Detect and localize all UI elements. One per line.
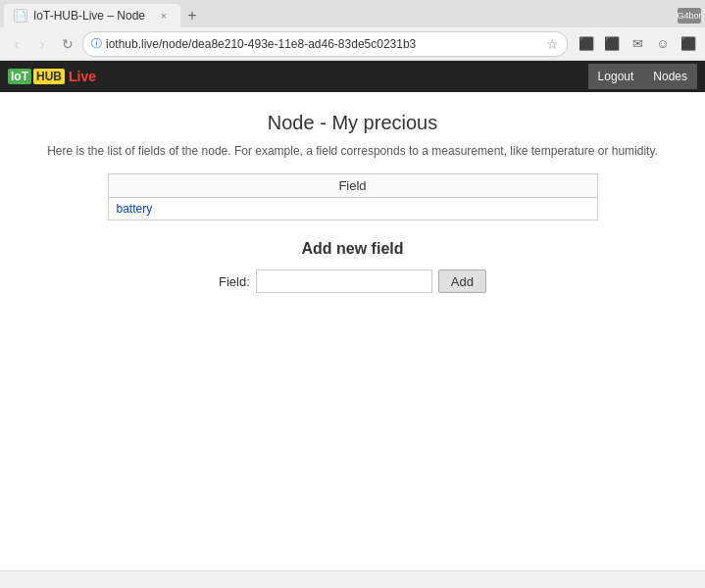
extension-icon-3[interactable]: ✉: [627, 33, 648, 55]
bookmark-icon[interactable]: ☆: [546, 36, 559, 52]
add-field-form: Field: Add: [20, 270, 685, 293]
address-bar[interactable]: ⓘ iothub.live/node/dea8e210-493e-11e8-ad…: [82, 31, 568, 57]
field-input[interactable]: [256, 270, 432, 293]
table-row: battery: [108, 198, 597, 220]
nav-links: Logout Nodes: [588, 64, 697, 89]
status-bar: [0, 570, 705, 588]
tab-favicon: 📄: [14, 9, 27, 23]
page-subtitle: Here is the list of fields of the node. …: [20, 144, 685, 158]
brand-live: Live: [67, 69, 98, 84]
refresh-button[interactable]: ↻: [57, 33, 78, 55]
address-text: iothub.live/node/dea8e210-493e-11e8-ad46…: [106, 37, 542, 51]
new-tab-button[interactable]: +: [180, 4, 204, 27]
logout-button[interactable]: Logout: [588, 64, 644, 89]
field-label: Field:: [219, 274, 250, 289]
tab-title: IoT-HUB-Live – Node: [33, 9, 145, 23]
nodes-button[interactable]: Nodes: [643, 64, 697, 89]
extension-icon-5[interactable]: ⬛: [678, 33, 699, 55]
secure-icon: ⓘ: [91, 36, 102, 51]
add-field-section: Add new field Field: Add: [20, 240, 685, 293]
extension-icon-4[interactable]: ☺: [652, 33, 674, 55]
add-button[interactable]: Add: [438, 270, 486, 293]
field-cell[interactable]: battery: [108, 198, 597, 220]
profile-button[interactable]: G4bor: [678, 8, 701, 24]
brand: IoT HUB Live: [8, 69, 98, 84]
page-title: Node - My precious: [20, 112, 685, 134]
brand-hub: HUB: [33, 69, 65, 84]
active-tab[interactable]: 📄 IoT-HUB-Live – Node ×: [4, 4, 180, 27]
tab-bar: 📄 IoT-HUB-Live – Node × + G4bor: [0, 0, 705, 27]
app-navbar: IoT HUB Live Logout Nodes: [0, 61, 705, 92]
fields-table: Field battery: [108, 173, 598, 220]
field-link[interactable]: battery: [117, 202, 153, 216]
add-field-title: Add new field: [20, 240, 685, 258]
browser-chrome: 📄 IoT-HUB-Live – Node × + G4bor ‹ › ↻ ⓘ …: [0, 0, 705, 61]
table-header-field: Field: [108, 174, 597, 198]
brand-iot: IoT: [8, 69, 31, 84]
tab-close-button[interactable]: ×: [157, 9, 171, 23]
main-content: Node - My precious Here is the list of f…: [0, 92, 705, 313]
back-button[interactable]: ‹: [6, 33, 27, 55]
extension-icon-2[interactable]: ⬛: [601, 33, 623, 55]
toolbar-icons: ⬛ ⬛ ✉ ☺ ⬛: [576, 33, 699, 55]
forward-button[interactable]: ›: [31, 33, 53, 55]
extension-icon-1[interactable]: ⬛: [576, 33, 597, 55]
nav-bar: ‹ › ↻ ⓘ iothub.live/node/dea8e210-493e-1…: [0, 27, 705, 61]
